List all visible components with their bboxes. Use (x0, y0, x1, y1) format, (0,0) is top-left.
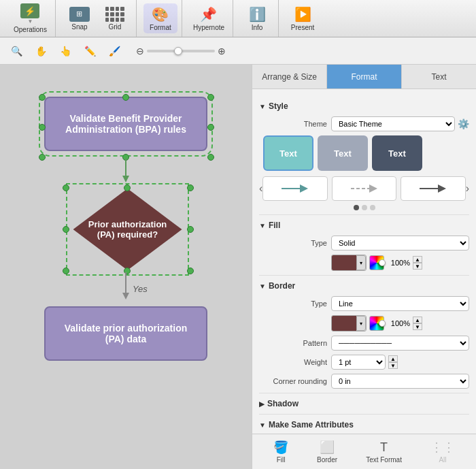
handle-ml[interactable] (39, 124, 46, 131)
zoom-in-button[interactable]: ⊕ (218, 46, 226, 56)
flowchart-node-3[interactable]: Validate prior authorization (PA) data (44, 306, 207, 361)
handle-mr[interactable] (207, 124, 214, 131)
svg-marker-3 (122, 293, 129, 300)
shadow-section-header[interactable]: ▶ Shadow (259, 399, 469, 408)
select-tool-button[interactable]: 👆 (56, 42, 75, 61)
swatch-label-0: Text (279, 148, 297, 159)
canvas-inner: Validate Benefit Provider Administration… (0, 65, 252, 469)
fill-spin-up[interactable]: ▲ (413, 256, 422, 263)
fill-opacity-slider: 100% ▲ ▼ (387, 256, 422, 270)
border-type-select[interactable]: Line None (331, 296, 469, 311)
fill-color-row: ▾ 100% ▲ ▼ (259, 255, 469, 271)
pen-tool-button[interactable]: ✏️ (80, 42, 99, 61)
handle-tr[interactable] (207, 94, 214, 101)
border-color-swatch-group: ▾ (331, 315, 367, 331)
theme-swatch-1[interactable]: Text (318, 135, 368, 171)
paint-tool-button[interactable]: 🖌️ (105, 42, 124, 61)
fill-type-label: Type (259, 239, 327, 247)
divider-2 (259, 275, 469, 276)
style-section-header[interactable]: ▼ Style (259, 101, 469, 111)
fill-type-select[interactable]: Solid Linear Radial None (331, 236, 469, 250)
border-spin-down[interactable]: ▼ (413, 323, 422, 330)
dot-3[interactable] (370, 205, 375, 210)
dh-br[interactable] (187, 268, 194, 274)
flowchart-node-1[interactable]: Validate Benefit Provider Administration… (44, 97, 207, 151)
handle-br[interactable] (207, 154, 214, 161)
fill-opacity-thumb (379, 259, 386, 266)
grid-button[interactable]: Grid (98, 3, 132, 33)
flowchart: Validate Benefit Provider Administration… (24, 90, 228, 444)
arrow-swatch-2[interactable] (401, 176, 465, 201)
border-weight-down[interactable]: ▼ (388, 362, 398, 369)
node1-text: Validate Benefit Provider Administration… (54, 113, 198, 135)
tab-text[interactable]: Text (402, 65, 476, 88)
flowchart-node-2[interactable]: Prior authorization (PA) required? (71, 189, 184, 270)
border-color-expand[interactable]: ▾ (356, 316, 366, 331)
make-same-section-header[interactable]: ▼ Make Same Attributes (259, 420, 469, 430)
search-button[interactable]: 🔍 (7, 42, 26, 61)
fill-opacity-spinner: ▲ ▼ (413, 256, 422, 270)
dh-r[interactable] (187, 226, 194, 233)
tab-format[interactable]: Format (327, 65, 402, 88)
info-button[interactable]: ℹ️ Info (240, 3, 274, 33)
fill-color-expand[interactable]: ▾ (356, 255, 366, 270)
bottom-fill-icon[interactable]: 🪣 Fill (273, 440, 288, 464)
bottom-all-icon[interactable]: ⋮⋮ All (430, 440, 455, 464)
text-format-icon-label: Text Format (366, 456, 402, 464)
arrow-svg-2 (416, 182, 450, 195)
fill-section-header[interactable]: ▼ Fill (259, 221, 469, 230)
corner-select[interactable]: 0 in 0.1 in 0.2 in (331, 374, 469, 389)
handle-tm[interactable] (122, 94, 129, 101)
border-color-swatch[interactable] (332, 316, 356, 331)
fill-label: Fill (269, 221, 280, 230)
border-weight-select[interactable]: 1 pt 2 pt 3 pt (331, 355, 386, 370)
tab-arrange[interactable]: Arrange & Size (252, 65, 327, 88)
border-type-select-wrap: Line None (331, 296, 469, 311)
bottom-text-format-icon[interactable]: T Text Format (366, 440, 402, 464)
nav-next-arrow[interactable]: › (466, 182, 469, 195)
dh-tl[interactable] (63, 184, 69, 191)
snap-button[interactable]: ⊞ Snap (63, 3, 97, 33)
dh-l[interactable] (63, 226, 69, 233)
arrow-swatch-0[interactable] (262, 176, 327, 201)
dh-tr[interactable] (187, 184, 194, 191)
border-opacity-value: 100% (390, 319, 410, 327)
hypernote-label: Hypernote (193, 24, 224, 31)
handle-bl[interactable] (39, 154, 46, 161)
canvas[interactable]: Validate Benefit Provider Administration… (0, 65, 252, 469)
zoom-out-button[interactable]: ⊖ (136, 46, 144, 56)
hypernote-button[interactable]: 📌 Hypernote (189, 3, 228, 33)
format-button[interactable]: 🎨 Format (143, 3, 177, 33)
fill-color-swatch[interactable] (332, 255, 356, 270)
border-color-row: ▾ 100% ▲ ▼ (259, 315, 469, 331)
snap-label: Snap (71, 23, 87, 31)
dot-1[interactable] (354, 205, 359, 210)
dot-2[interactable] (362, 205, 367, 210)
divider-3 (259, 393, 469, 393)
corner-select-wrap: 0 in 0.1 in 0.2 in (331, 374, 469, 389)
panel-body: ▼ Style Theme Basic Theme ⚙️ Text Text (252, 89, 476, 434)
bottom-icons-bar: 🪣 Fill ⬜ Border T Text Format ⋮⋮ All (252, 434, 476, 469)
border-section-header[interactable]: ▼ Border (259, 281, 469, 291)
zoom-slider[interactable] (147, 50, 215, 52)
theme-swatch-0[interactable]: Text (263, 135, 313, 171)
border-weight-up[interactable]: ▲ (388, 355, 398, 362)
arrow-swatch-1[interactable] (332, 176, 396, 201)
fill-spin-down[interactable]: ▼ (413, 263, 422, 270)
operations-label: Operations (14, 26, 47, 33)
divider-4 (259, 414, 469, 415)
bottom-border-icon[interactable]: ⬜ Border (317, 440, 337, 464)
hand-tool-button[interactable]: ✋ (31, 42, 50, 61)
handle-tl[interactable] (39, 94, 46, 101)
theme-select[interactable]: Basic Theme (331, 116, 455, 131)
theme-swatch-2[interactable]: Text (372, 135, 422, 171)
theme-settings-icon[interactable]: ⚙️ (458, 118, 469, 129)
border-pattern-select[interactable]: ────────── - - - - - · · · · · (331, 336, 469, 351)
style-label: Style (269, 101, 288, 111)
present-button[interactable]: ▶️ Present (286, 3, 320, 33)
dh-bl[interactable] (63, 268, 69, 274)
border-spin-up[interactable]: ▲ (413, 317, 422, 323)
operations-button[interactable]: ⚡ ▼ Operations (10, 3, 51, 33)
dh-t[interactable] (124, 184, 131, 191)
page-dots (259, 205, 469, 210)
